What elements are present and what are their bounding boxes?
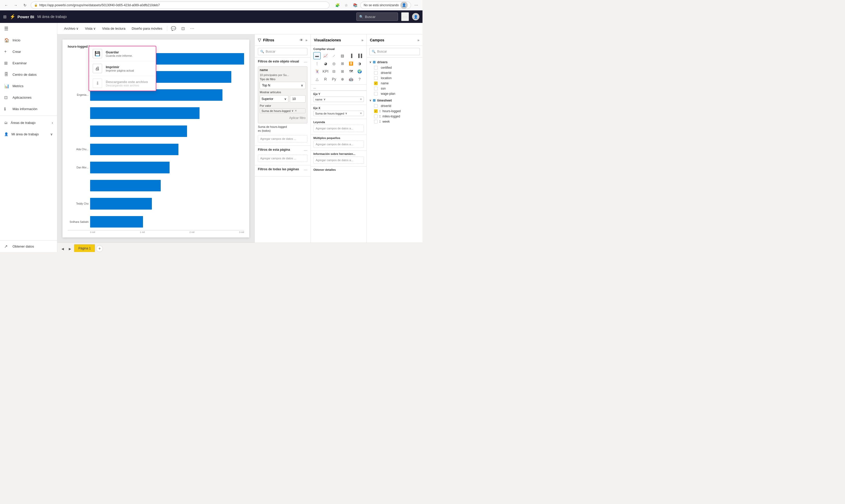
viz-icon-bar[interactable]: ▬ xyxy=(313,52,321,59)
sidebar-item-examinar[interactable]: ⊞ Examinar xyxy=(0,57,57,69)
viz-icon-col2[interactable]: ▐▐ xyxy=(356,52,363,59)
viz-icon-custom[interactable]: ⊕ xyxy=(339,75,346,83)
eje-x-pill[interactable]: Suma de hours-logged ∨ ✕ xyxy=(313,111,364,116)
fields-expand-icon[interactable]: » xyxy=(417,38,419,42)
viz-icon-area[interactable]: ⟋ xyxy=(330,52,338,59)
leyenda-placeholder[interactable]: Agregar campos de datos a... xyxy=(313,125,364,132)
sidebar-item-apps[interactable]: ⊡ Aplicaciones xyxy=(0,92,57,103)
viz-icon-r[interactable]: R xyxy=(322,75,329,83)
share-icon-btn[interactable]: ⊡ xyxy=(179,24,187,33)
viz-icon-stack[interactable]: ▨ xyxy=(339,52,346,59)
page-section-more[interactable]: ⋯ xyxy=(304,148,307,152)
apply-filter-btn[interactable]: Aplicar filtro xyxy=(260,114,305,122)
nav-search[interactable]: 🔍 Buscar xyxy=(356,13,398,21)
field-checkbox-certified[interactable] xyxy=(374,66,378,70)
viz-icon-pie[interactable]: ◕ xyxy=(322,60,329,67)
sync-button[interactable]: No se está sincronizando 👤 xyxy=(360,2,411,9)
viz-icon-card[interactable]: 🃏 xyxy=(313,68,321,75)
fields-group-header-timesheet[interactable]: ∨ ⊞ timesheet xyxy=(367,97,423,103)
fields-item-driverId[interactable]: driverId xyxy=(367,103,423,109)
back-button[interactable]: ← xyxy=(3,2,10,9)
sidebar-item-metrics[interactable]: 📊 Metrics xyxy=(0,80,57,92)
field-checkbox-location[interactable] xyxy=(374,76,378,80)
viz-expand-icon[interactable]: » xyxy=(361,38,363,42)
mostrar-dropdown[interactable]: Superior ∨ xyxy=(260,95,288,103)
page-tab-add[interactable]: + xyxy=(96,245,103,252)
vista-menu[interactable]: Vista ∨ xyxy=(82,25,99,33)
field-checkbox-driverId[interactable] xyxy=(374,104,378,108)
viz-icon-python[interactable]: Py xyxy=(330,75,338,83)
field-checkbox-hours-logged[interactable] xyxy=(374,109,378,113)
chat-icon-btn[interactable]: 💬 xyxy=(169,24,178,33)
dropdown-item-guardar[interactable]: 💾 Guardar Guarda este informe. xyxy=(89,46,156,61)
add-data-visual[interactable]: Agregar campos de datos ... xyxy=(258,135,307,142)
sidebar-item-myworkspace[interactable]: 👤 Mi área de trabajo ∨ xyxy=(0,128,57,140)
filters-search-input[interactable]: 🔍 Buscar xyxy=(258,48,307,55)
sidebar-item-workspaces[interactable]: 🗂 Áreas de trabajo › xyxy=(0,117,57,128)
fields-item-week[interactable]: Σweek xyxy=(367,119,423,124)
field-checkbox-miles-logged[interactable] xyxy=(374,114,378,118)
reload-button[interactable]: ↻ xyxy=(21,2,29,9)
forward-button[interactable]: → xyxy=(12,2,19,9)
viz-icon-donut[interactable]: ◎ xyxy=(330,60,338,67)
viz-icon-kpi[interactable]: KPI xyxy=(322,68,329,75)
viz-icon-line[interactable]: 📈 xyxy=(322,52,329,59)
sidebar-item-getdata[interactable]: ↗ Obtener datos xyxy=(0,240,57,252)
nav-more-btn[interactable]: ⋯ xyxy=(401,12,409,21)
fields-group-header-drivers[interactable]: ∨ ⊞ drivers xyxy=(367,59,423,65)
add-data-page[interactable]: Agregar campos de datos ... xyxy=(258,155,307,162)
url-bar[interactable]: 🔒 https://app.powerbi.com/groups/me/data… xyxy=(31,2,330,9)
viz-icon-ai[interactable]: 🤖 xyxy=(348,75,355,83)
fields-search-input[interactable]: 🔍 Buscar xyxy=(369,48,420,55)
eje-y-pill[interactable]: name ∨ ✕ xyxy=(313,96,364,102)
grid-icon[interactable]: ⊞ xyxy=(3,14,6,19)
browser-more-btn[interactable]: ⋯ xyxy=(412,2,420,9)
viz-icon-map[interactable]: 🗺 xyxy=(348,68,355,75)
multiples-placeholder[interactable]: Agregar campos de datos a... xyxy=(313,141,364,148)
field-checkbox-wage-plan[interactable] xyxy=(374,92,378,95)
page-nav-prev[interactable]: ◀ xyxy=(59,246,66,252)
fields-item-hours-logged[interactable]: Σhours-logged xyxy=(367,109,423,114)
viz-icon-scatter[interactable]: ⋮ xyxy=(313,60,321,67)
sidebar-toggle[interactable]: ☰ xyxy=(0,23,57,34)
sidebar-item-centro[interactable]: 🗄 Centro de datos xyxy=(0,69,57,80)
viz-icon-matrix[interactable]: ⊞ xyxy=(339,68,346,75)
fields-item-ssn[interactable]: ssn xyxy=(367,86,423,91)
viz-icon-filled-map[interactable]: 🌍 xyxy=(356,68,363,75)
viz-icon-qna[interactable]: ? xyxy=(356,75,363,83)
filters-eye-icon[interactable]: 👁 xyxy=(300,38,303,42)
user-avatar[interactable]: 👤 xyxy=(412,13,419,20)
browser-collections-btn[interactable]: 📚 xyxy=(351,2,359,9)
viz-icon-table[interactable]: ⊟ xyxy=(330,68,338,75)
viz-icon-col[interactable]: ▐ xyxy=(348,52,355,59)
sidebar-item-learn[interactable]: ℹ Más información xyxy=(0,103,57,114)
fields-item-miles-logged[interactable]: Σmiles-logged xyxy=(367,114,423,119)
eje-y-remove[interactable]: ✕ xyxy=(360,97,362,101)
viz-more[interactable]: ... xyxy=(311,85,367,91)
page-nav-next[interactable]: ▶ xyxy=(67,246,73,252)
fields-item-name[interactable]: name xyxy=(367,81,423,86)
field-checkbox-week[interactable] xyxy=(374,120,378,123)
fields-item-driverId[interactable]: driverId xyxy=(367,70,423,75)
report-canvas[interactable]: hours-logged by name Engenia...Ada Chu..… xyxy=(57,34,254,242)
vista-lectura-btn[interactable]: Vista de lectura xyxy=(100,25,128,33)
field-checkbox-ssn[interactable] xyxy=(374,87,378,90)
viz-icon-funnel[interactable]: ⏬ xyxy=(348,60,355,67)
visual-section-more[interactable]: ⋯ xyxy=(304,60,307,64)
mostrar-number[interactable]: 10 xyxy=(290,95,305,103)
browser-favorites-btn[interactable]: ☆ xyxy=(342,2,350,9)
field-checkbox-driverId[interactable] xyxy=(374,71,378,75)
diseno-moviles-btn[interactable]: Diseño para móviles xyxy=(129,25,165,33)
info-placeholder[interactable]: Agregar campos de datos a... xyxy=(313,157,364,164)
sidebar-item-crear[interactable]: + Crear xyxy=(0,46,57,57)
browser-extensions-btn[interactable]: 🧩 xyxy=(334,2,341,9)
por-valor-remove[interactable]: ✕ xyxy=(295,109,297,112)
dropdown-item-imprimir[interactable]: 🖨 Imprimir Imprimir página actual xyxy=(89,61,156,76)
fields-item-wage-plan[interactable]: wage-plan xyxy=(367,91,423,96)
filter-type-dropdown[interactable]: Top N ∨ xyxy=(260,82,305,89)
filters-expand-icon[interactable]: » xyxy=(305,38,307,42)
archivo-menu[interactable]: Archivo ∨ xyxy=(61,25,81,33)
toolbar-more-btn[interactable]: ⋯ xyxy=(188,24,196,33)
viz-icon-treemap[interactable]: ⊞ xyxy=(339,60,346,67)
page-tab-1[interactable]: Página 1 xyxy=(74,244,95,252)
